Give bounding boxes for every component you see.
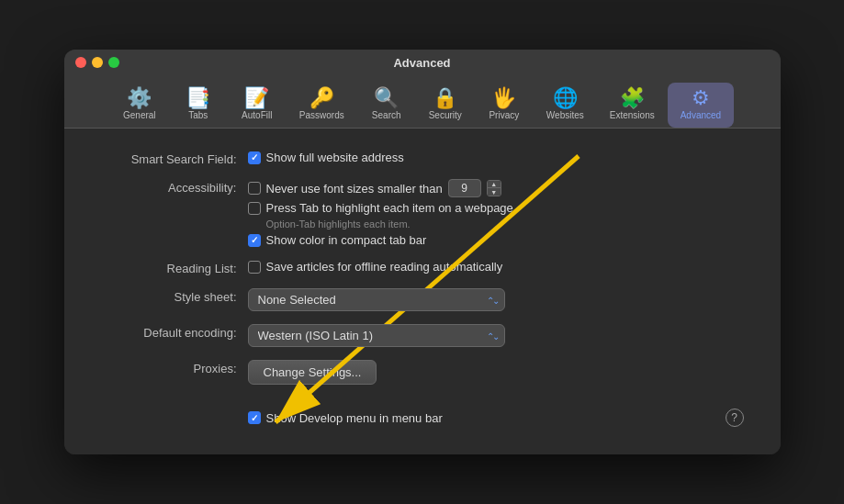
font-size-up-btn[interactable]: ▲: [488, 181, 501, 188]
never-font-row: Never use font sizes smaller than ▲ ▼: [248, 179, 744, 197]
font-size-input[interactable]: [448, 179, 481, 197]
style-sheet-select[interactable]: None Selected: [248, 288, 505, 311]
show-develop-text: Show Develop menu in menu bar: [266, 411, 443, 425]
style-sheet-row: Style sheet: None Selected: [101, 288, 744, 311]
help-button[interactable]: ?: [726, 409, 744, 427]
save-articles-checkbox[interactable]: [248, 261, 261, 274]
font-size-down-btn[interactable]: ▼: [488, 188, 501, 196]
never-font-checkbox[interactable]: [248, 182, 261, 195]
hint-text: Option-Tab highlights each item.: [266, 218, 744, 230]
websites-icon: 🌐: [553, 88, 578, 108]
default-encoding-controls: Western (ISO Latin 1) Unicode (UTF-8): [248, 324, 744, 347]
content-area: Smart Search Field: Show full website ad…: [64, 129, 781, 454]
general-icon: ⚙️: [127, 88, 152, 108]
tabs-icon: 📑: [186, 88, 210, 108]
title-bar: Advanced: [64, 50, 781, 75]
tab-general[interactable]: ⚙️ General: [110, 83, 169, 128]
toolbar: ⚙️ General 📑 Tabs 📝 AutoFill 🔑 Passwords…: [64, 75, 781, 129]
autofill-icon: 📝: [244, 88, 269, 108]
style-sheet-label: Style sheet:: [101, 288, 248, 304]
tab-passwords[interactable]: 🔑 Passwords: [287, 83, 357, 128]
reading-list-label: Reading List:: [101, 260, 248, 275]
tab-tabs[interactable]: 📑 Tabs: [169, 83, 228, 128]
proxies-row: Proxies: Change Settings...: [101, 360, 744, 385]
passwords-icon: 🔑: [309, 88, 334, 108]
close-button[interactable]: [75, 57, 86, 68]
show-color-row: Show color in compact tab bar: [248, 233, 744, 247]
proxies-label: Proxies:: [101, 360, 248, 375]
style-sheet-select-wrapper: None Selected: [248, 288, 505, 311]
smart-search-label: Smart Search Field:: [101, 151, 248, 166]
default-encoding-select-wrapper: Western (ISO Latin 1) Unicode (UTF-8): [248, 324, 505, 347]
default-encoding-label: Default encoding:: [101, 324, 248, 340]
default-encoding-select[interactable]: Western (ISO Latin 1) Unicode (UTF-8): [248, 324, 505, 347]
smart-search-controls: Show full website address: [248, 151, 744, 164]
extensions-icon: 🧩: [620, 88, 645, 108]
show-develop-row: Show Develop menu in menu bar: [248, 411, 443, 425]
show-develop-checkbox[interactable]: [248, 411, 261, 424]
save-articles-text: Save articles for offline reading automa…: [266, 260, 503, 274]
maximize-button[interactable]: [108, 57, 119, 68]
save-articles-row: Save articles for offline reading automa…: [248, 260, 744, 274]
show-full-address-text: Show full website address: [266, 151, 404, 164]
press-tab-text: Press Tab to highlight each item on a we…: [266, 201, 513, 215]
bottom-row: Show Develop menu in menu bar ?: [101, 401, 744, 427]
accessibility-controls: Never use font sizes smaller than ▲ ▼ Pr…: [248, 179, 744, 247]
security-icon: 🔒: [433, 88, 457, 108]
search-icon: 🔍: [374, 88, 399, 108]
never-font-text: Never use font sizes smaller than: [266, 182, 443, 196]
tab-websites[interactable]: 🌐 Websites: [534, 83, 597, 128]
tab-advanced[interactable]: ⚙ Advanced: [668, 83, 734, 128]
change-proxies-button[interactable]: Change Settings...: [248, 360, 377, 385]
tab-privacy[interactable]: 🖐 Privacy: [475, 83, 534, 128]
tab-extensions[interactable]: 🧩 Extensions: [597, 83, 668, 128]
toolbar-items: ⚙️ General 📑 Tabs 📝 AutoFill 🔑 Passwords…: [110, 83, 734, 128]
accessibility-row: Accessibility: Never use font sizes smal…: [101, 179, 744, 247]
show-color-checkbox[interactable]: [248, 234, 261, 247]
advanced-icon: ⚙: [692, 88, 710, 108]
proxies-controls: Change Settings...: [248, 360, 744, 385]
press-tab-row: Press Tab to highlight each item on a we…: [248, 201, 744, 215]
style-sheet-controls: None Selected: [248, 288, 744, 311]
window-title: Advanced: [393, 56, 450, 70]
default-encoding-row: Default encoding: Western (ISO Latin 1) …: [101, 324, 744, 347]
minimize-button[interactable]: [92, 57, 103, 68]
tab-search[interactable]: 🔍 Search: [357, 83, 416, 128]
press-tab-checkbox[interactable]: [248, 202, 261, 215]
traffic-lights: [75, 57, 119, 68]
tab-security[interactable]: 🔒 Security: [416, 83, 475, 128]
show-color-text: Show color in compact tab bar: [266, 233, 427, 247]
reading-list-controls: Save articles for offline reading automa…: [248, 260, 744, 274]
show-full-address-checkbox[interactable]: [248, 151, 261, 164]
smart-search-row: Smart Search Field: Show full website ad…: [101, 151, 744, 166]
reading-list-row: Reading List: Save articles for offline …: [101, 260, 744, 275]
settings-window: Advanced ⚙️ General 📑 Tabs 📝 AutoFill 🔑 …: [64, 50, 781, 454]
show-full-address-row: Show full website address: [248, 151, 744, 164]
accessibility-label: Accessibility:: [101, 179, 248, 195]
tab-autofill[interactable]: 📝 AutoFill: [228, 83, 287, 128]
privacy-icon: 🖐: [491, 88, 516, 108]
